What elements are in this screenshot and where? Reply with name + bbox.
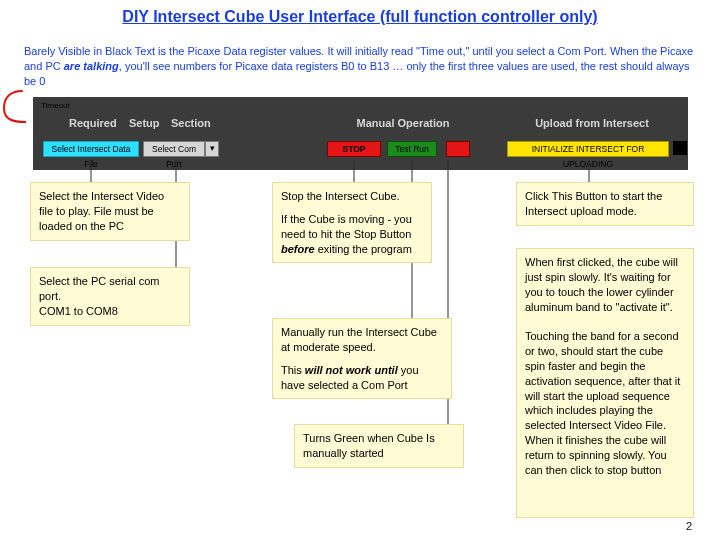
intro-em: are talking: [64, 60, 119, 72]
nav-manual: Manual Operation: [333, 117, 473, 129]
intro-post: , you'll see numbers for Picaxe data reg…: [24, 60, 690, 87]
select-com-port-button[interactable]: Select Com Port: [143, 141, 205, 157]
test-run-button[interactable]: Test Run: [387, 141, 437, 157]
status-led-icon: [446, 141, 470, 157]
nav-section[interactable]: Section: [171, 117, 211, 129]
nav-required[interactable]: Required: [69, 117, 117, 129]
page-title: DIY Intersect Cube User Interface (full …: [0, 8, 720, 26]
annotation-mark-icon: [0, 88, 26, 140]
timeout-label: Timeout: [41, 101, 70, 110]
note-select-file: Select the Intersect Video file to play.…: [30, 182, 190, 241]
initialize-upload-button[interactable]: INITIALIZE INTERSECT FOR UPLOADING: [507, 141, 669, 157]
note-led: Turns Green when Cube Is manually starte…: [294, 424, 464, 468]
connector-line: [588, 160, 590, 183]
note-init-upload: Click This Button to start the Intersect…: [516, 182, 694, 226]
note-upload-details: When first clicked, the cube will just s…: [516, 248, 694, 518]
intro-text: Barely Visible in Black Text is the Pica…: [24, 44, 694, 89]
connector-line: [90, 160, 92, 183]
note-stop-p2: If the Cube is moving - you need to hit …: [281, 212, 423, 257]
note-stop: Stop the Intersect Cube. If the Cube is …: [272, 182, 432, 263]
stop-button[interactable]: STOP: [327, 141, 381, 157]
note-test-run: Manually run the Intersect Cube at moder…: [272, 318, 452, 399]
select-intersect-file-button[interactable]: Select Intersect Data File: [43, 141, 139, 157]
note-stop-p1: Stop the Intersect Cube.: [281, 189, 423, 204]
page: DIY Intersect Cube User Interface (full …: [0, 0, 720, 540]
note-test-p1: Manually run the Intersect Cube at moder…: [281, 325, 443, 355]
nav-setup[interactable]: Setup: [129, 117, 160, 129]
com-port-dropdown-icon[interactable]: ▾: [205, 141, 219, 157]
note-select-com: Select the PC serial com port. COM1 to C…: [30, 267, 190, 326]
connector-line: [353, 160, 355, 183]
nav-upload: Upload from Intersect: [507, 117, 677, 129]
page-number: 2: [686, 520, 692, 532]
note-test-p2: This will not work until you have select…: [281, 363, 443, 393]
upload-indicator-icon: [673, 141, 687, 155]
